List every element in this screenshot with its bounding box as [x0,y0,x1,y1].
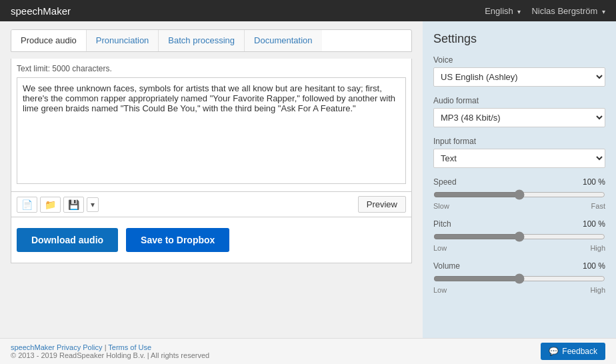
user-dropdown-arrow: ▾ [602,8,605,15]
voice-label: Voice [433,55,605,65]
footer-copyright: © 2013 - 2019 ReadSpeaker Holding B.v. |… [11,351,209,359]
user-menu[interactable]: Niclas Bergström ▾ [531,6,605,16]
header-right: English ▾ Niclas Bergström ▾ [485,6,605,16]
save-file-button[interactable]: 💾 [63,197,84,213]
pitch-range-labels: Low High [433,244,605,252]
input-format-select[interactable]: Text SSML [433,149,605,168]
pitch-min-label: Low [433,244,447,252]
main-area: Produce audio Pronunciation Batch proces… [0,21,616,338]
speed-slider[interactable] [433,189,605,200]
open-file-icon: 📁 [45,199,56,210]
volume-range-labels: Low High [433,286,605,294]
new-file-icon: 📄 [21,199,33,210]
feedback-button[interactable]: 💬 Feedback [541,343,605,360]
audio-format-select[interactable]: MP3 (48 Kbit/s) MP3 (128 Kbit/s) WAV OGG [433,108,605,127]
voice-select[interactable]: US English (Ashley) US English (James) U… [433,67,605,87]
main-textarea[interactable] [17,77,406,184]
toolbar: 📄 📁 💾 ▾ Preview [11,192,412,217]
settings-panel: Settings Voice US English (Ashley) US En… [423,21,616,338]
pitch-group: Pitch 100 % Low High [433,219,605,252]
feedback-icon: 💬 [549,347,559,356]
pitch-value: 100 % [583,219,605,229]
language-selector[interactable]: English ▾ [485,6,521,16]
save-dropbox-button[interactable]: Save to Dropbox [126,228,229,252]
language-dropdown-arrow: ▾ [517,8,521,15]
tabs: Produce audio Pronunciation Batch proces… [11,29,412,52]
left-panel: Produce audio Pronunciation Batch proces… [0,21,423,338]
volume-label: Volume [433,261,460,271]
save-file-icon: 💾 [68,199,79,210]
pitch-header: Pitch 100 % [433,219,605,229]
voice-group: Voice US English (Ashley) US English (Ja… [433,55,605,87]
volume-value: 100 % [583,261,605,271]
tab-pronunciation[interactable]: Pronunciation [87,30,159,51]
footer: speechMaker Privacy Policy | Terms of Us… [0,338,616,364]
input-format-label: Input format [433,137,605,146]
tab-batch-processing[interactable]: Batch processing [159,30,245,51]
terms-of-use-link[interactable]: Terms of Use [108,343,151,351]
download-audio-button[interactable]: Download audio [17,228,118,252]
footer-left: speechMaker Privacy Policy | Terms of Us… [11,343,209,359]
audio-format-label: Audio format [433,96,605,105]
speed-group: Speed 100 % Slow Fast [433,177,605,210]
pitch-max-label: High [590,244,605,252]
volume-min-label: Low [433,286,447,294]
speed-label: Speed [433,177,457,187]
action-section: Download audio Save to Dropbox [11,217,412,263]
speed-value: 100 % [583,177,605,187]
save-dropdown-arrow: ▾ [91,200,95,209]
open-file-button[interactable]: 📁 [40,197,61,213]
tab-produce-audio[interactable]: Produce audio [11,30,87,52]
text-limit: Text limit: 5000 characters. [17,64,406,73]
speed-header: Speed 100 % [433,177,605,187]
pitch-label: Pitch [433,219,451,229]
privacy-policy-link[interactable]: speechMaker Privacy Policy [11,343,103,351]
volume-group: Volume 100 % Low High [433,261,605,294]
preview-button[interactable]: Preview [358,196,406,213]
input-format-group: Input format Text SSML [433,137,605,168]
footer-right: 💬 Feedback [541,343,605,360]
volume-slider[interactable] [433,273,605,284]
save-dropdown-button[interactable]: ▾ [87,197,99,212]
toolbar-left: 📄 📁 💾 ▾ [17,197,99,213]
speed-range-labels: Slow Fast [433,202,605,210]
logo: speechMaker [11,5,71,17]
speed-max-label: Fast [591,202,605,210]
new-file-button[interactable]: 📄 [17,197,37,213]
volume-max-label: High [590,286,605,294]
textarea-section: Text limit: 5000 characters. [11,59,412,192]
header: speechMaker English ▾ Niclas Bergström ▾ [0,0,616,21]
volume-header: Volume 100 % [433,261,605,271]
speed-min-label: Slow [433,202,449,210]
audio-format-group: Audio format MP3 (48 Kbit/s) MP3 (128 Kb… [433,96,605,127]
settings-title: Settings [433,32,605,46]
tab-documentation[interactable]: Documentation [245,30,321,51]
pitch-slider[interactable] [433,231,605,242]
